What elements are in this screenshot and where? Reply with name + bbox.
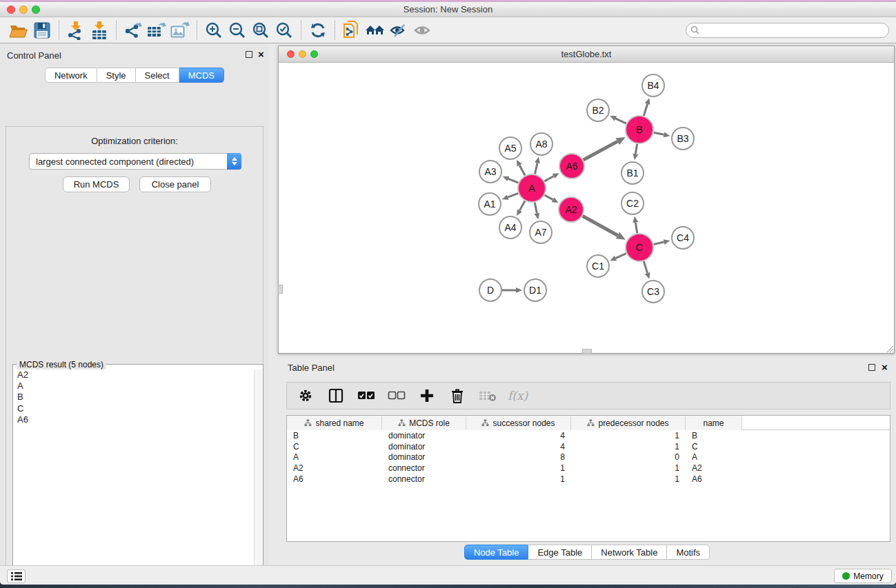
table-cell: 1 — [571, 442, 686, 452]
optimization-criterion-dropdown[interactable]: largest connected component (directed) — [29, 153, 241, 170]
mcds-result-item[interactable]: A2 — [13, 369, 254, 381]
column-header-shared-name[interactable]: shared name — [287, 416, 382, 430]
table-body: Bdominator41BCdominator41CAdominator80AA… — [287, 430, 890, 485]
desktop-wallpaper-bottom — [0, 585, 896, 588]
zoom-network-window-button[interactable] — [310, 50, 318, 58]
import-network-button[interactable] — [64, 19, 88, 41]
table-row[interactable]: Cdominator41C — [287, 441, 890, 452]
close-table-panel-icon[interactable]: × — [882, 364, 888, 371]
refresh-button[interactable] — [306, 19, 330, 41]
search-field — [686, 23, 889, 38]
tab-network-table[interactable]: Network Table — [592, 545, 667, 560]
close-window-button[interactable] — [7, 6, 15, 14]
mcds-result-item[interactable]: C — [13, 403, 254, 414]
zoom-in-button[interactable] — [202, 19, 226, 41]
column-header-name[interactable]: name — [686, 416, 742, 430]
table-cell: 1 — [466, 474, 571, 484]
show-network-button[interactable] — [410, 19, 434, 41]
column-header-MCDS-role[interactable]: MCDS role — [382, 416, 466, 430]
graph-edge-arrowhead — [645, 98, 650, 105]
import-table-button[interactable] — [88, 19, 111, 41]
graph-node-label: A8 — [535, 139, 547, 150]
add-column-button[interactable] — [417, 385, 437, 407]
table-settings-button[interactable] — [295, 385, 316, 407]
attribute-type-icon — [304, 419, 312, 427]
tab-mcds[interactable]: MCDS — [179, 68, 224, 83]
close-network-window-button[interactable] — [287, 50, 295, 58]
export-image-button[interactable] — [168, 19, 192, 41]
graph-edge — [635, 223, 637, 234]
table-cell: dominator — [382, 452, 466, 462]
export-network-button[interactable] — [121, 19, 145, 41]
graph-node-label: A5 — [504, 143, 516, 154]
network-canvas[interactable]: AA1A3A5A8A4A7A6A2BB2B4B3B1CC2C4C1C3DD1 — [279, 63, 894, 353]
mcds-result-item[interactable]: A — [13, 381, 254, 392]
home-button[interactable] — [364, 19, 387, 41]
minimize-window-button[interactable] — [19, 6, 28, 14]
close-panel-icon[interactable]: × — [258, 51, 264, 58]
export-table-icon — [147, 21, 166, 39]
close-panel-button[interactable]: Close panel — [139, 176, 211, 192]
splitter-grip[interactable] — [278, 285, 283, 294]
export-table-button[interactable] — [145, 19, 168, 41]
node-table: shared nameMCDS rolesuccessor nodesprede… — [286, 415, 890, 542]
zoom-window-button[interactable] — [32, 6, 40, 14]
splitter-grip[interactable] — [582, 349, 592, 354]
float-table-panel-icon[interactable] — [868, 364, 875, 371]
table-cell: connector — [382, 474, 466, 484]
open-file-button[interactable] — [7, 19, 30, 41]
split-table-view-button[interactable] — [326, 385, 346, 407]
zoom-out-button[interactable] — [226, 19, 249, 41]
table-toolbar: f(x) — [286, 382, 890, 409]
table-cell: C — [686, 442, 742, 452]
memory-button[interactable]: Memory — [834, 569, 892, 583]
tab-node-table[interactable]: Node Table — [464, 545, 529, 560]
control-panel-title: Control Panel — [7, 50, 61, 61]
graph-edge-arrowhead — [535, 213, 540, 220]
tab-style[interactable]: Style — [97, 68, 136, 83]
zoom-selected-button[interactable] — [272, 19, 296, 41]
graph-edge — [653, 242, 664, 244]
export-image-icon — [170, 21, 190, 39]
tab-network[interactable]: Network — [45, 68, 97, 83]
open-session-button[interactable] — [340, 19, 364, 41]
table-cell: A6 — [287, 474, 382, 484]
table-row[interactable]: A6connector11A6 — [287, 474, 890, 485]
select-all-button[interactable] — [356, 385, 377, 407]
float-panel-icon[interactable] — [246, 51, 252, 58]
tab-motifs[interactable]: Motifs — [667, 545, 710, 560]
tab-select[interactable]: Select — [136, 68, 179, 83]
search-icon — [690, 26, 699, 34]
table-row[interactable]: Bdominator41B — [287, 430, 890, 441]
task-history-button[interactable] — [7, 569, 26, 583]
minimize-network-window-button[interactable] — [299, 50, 306, 58]
tab-edge-table[interactable]: Edge Table — [528, 545, 592, 560]
deselect-all-button[interactable] — [386, 385, 407, 407]
zoom-fit-button[interactable] — [249, 19, 272, 41]
graph-edge — [635, 144, 637, 154]
table-cell: A2 — [287, 463, 382, 473]
table-cell: B — [287, 431, 382, 440]
mcds-result-item[interactable]: A6 — [13, 414, 254, 425]
graph-node-label: A6 — [566, 161, 577, 172]
column-header-predecessor-nodes[interactable]: predecessor nodes — [571, 416, 686, 430]
graph-edge-arrowhead — [633, 216, 638, 223]
result-scrollbar[interactable] — [254, 369, 263, 588]
column-header-successor-nodes[interactable]: successor nodes — [466, 416, 571, 430]
run-mcds-button[interactable]: Run MCDS — [63, 176, 130, 192]
graph-node-label: A1 — [484, 199, 495, 210]
delete-table-button[interactable] — [477, 385, 498, 407]
resize-corner-icon[interactable] — [886, 345, 894, 353]
search-input[interactable] — [686, 23, 889, 38]
status-bar: Memory — [0, 565, 896, 585]
table-row[interactable]: A2connector11A2 — [287, 463, 890, 474]
toolbar-separator — [59, 21, 59, 40]
save-session-button[interactable] — [30, 19, 54, 41]
table-cell: connector — [382, 463, 466, 473]
hide-network-button[interactable] — [387, 19, 410, 41]
function-builder-button[interactable]: f(x) — [508, 389, 528, 403]
mcds-result-item[interactable]: B — [13, 392, 254, 403]
attribute-type-icon — [481, 419, 489, 427]
table-row[interactable]: Adominator80A — [287, 452, 890, 463]
delete-button[interactable] — [447, 385, 468, 407]
